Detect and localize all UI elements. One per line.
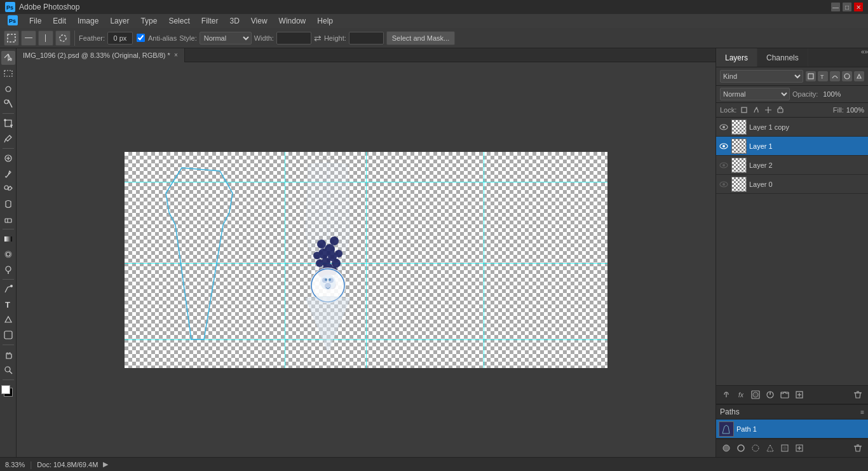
layer-delete-btn[interactable] <box>851 388 864 401</box>
style-select[interactable]: Normal Fixed Ratio Fixed Size <box>200 32 252 44</box>
maximize-button[interactable]: □ <box>843 3 851 11</box>
rect-marquee-btn[interactable] <box>4 31 19 46</box>
path-item-path1[interactable]: Path 1 <box>716 420 868 439</box>
path-select-tool[interactable] <box>1 313 15 327</box>
menu-window[interactable]: Window <box>274 15 311 27</box>
menu-layer[interactable]: Layer <box>105 15 134 27</box>
single-col-btn[interactable] <box>38 31 53 46</box>
menu-image[interactable]: Image <box>72 15 104 27</box>
layer-item-layer2[interactable]: Layer 2 <box>716 156 868 175</box>
layer-group-btn[interactable] <box>778 388 791 401</box>
titlebar-controls[interactable]: — □ ✕ <box>831 3 863 11</box>
path-mask-btn[interactable] <box>778 442 791 454</box>
lock-paint-icon[interactable] <box>751 105 761 115</box>
dodge-tool[interactable] <box>1 263 15 276</box>
menu-help[interactable]: Help <box>312 15 338 27</box>
status-arrow-btn[interactable]: ▶ <box>103 460 108 468</box>
lock-artboard-icon[interactable] <box>775 105 785 115</box>
layer-new-btn[interactable] <box>793 388 806 401</box>
close-button[interactable]: ✕ <box>854 3 863 11</box>
menu-select[interactable]: Select <box>163 15 194 27</box>
menu-filter[interactable]: Filter <box>196 15 224 27</box>
layer-visibility-layer0[interactable] <box>719 179 729 189</box>
menu-file[interactable]: File <box>24 15 46 27</box>
menu-3d[interactable]: 3D <box>224 15 244 27</box>
path-fill-btn[interactable] <box>720 442 733 454</box>
layers-tab[interactable]: Layers <box>716 48 757 67</box>
menu-type[interactable]: Type <box>135 15 162 27</box>
layer-visibility-layer1[interactable] <box>719 141 729 151</box>
layer-visibility-layer2[interactable] <box>719 160 729 170</box>
layer-item-layer0[interactable]: Layer 0 <box>716 175 868 194</box>
select-mask-btn[interactable]: Select and Mask... <box>386 31 456 45</box>
history-tool[interactable] <box>1 197 15 211</box>
pixel-filter-icon[interactable] <box>806 71 816 81</box>
svg-point-48 <box>327 250 335 257</box>
eraser-tool[interactable] <box>1 212 15 226</box>
hand-tool[interactable] <box>1 348 15 362</box>
heal-tool[interactable] <box>1 151 15 165</box>
foreground-color-swatch[interactable] <box>1 385 10 394</box>
tab-close-btn[interactable]: × <box>174 51 178 58</box>
lock-move-icon[interactable] <box>763 105 773 115</box>
minimize-button[interactable]: — <box>831 3 840 11</box>
height-input[interactable] <box>349 32 384 44</box>
menu-view[interactable]: View <box>246 15 273 27</box>
svg-marker-87 <box>767 445 773 451</box>
blend-mode-select[interactable]: Normal Multiply Screen <box>720 88 790 100</box>
gradient-tool[interactable] <box>1 232 15 246</box>
blur-tool[interactable] <box>1 247 15 261</box>
channels-tab[interactable]: Channels <box>757 48 808 67</box>
layer-thumb-layer2 <box>731 158 747 173</box>
layer-link-btn[interactable] <box>720 388 733 401</box>
stamp-tool[interactable] <box>1 182 15 196</box>
circle-btn[interactable] <box>55 31 71 46</box>
text-filter-icon[interactable]: T <box>818 71 828 81</box>
layer-mask-btn[interactable] <box>749 388 762 401</box>
effect-filter-icon[interactable] <box>842 71 852 81</box>
path-stroke-btn[interactable] <box>735 442 747 454</box>
move-tool[interactable] <box>1 51 15 65</box>
shape-tool[interactable] <box>1 328 15 342</box>
lasso-tool[interactable] <box>1 81 15 95</box>
brush-tool[interactable] <box>1 167 15 181</box>
lock-pixel-icon[interactable] <box>739 105 749 115</box>
zoom-tool[interactable] <box>1 363 15 377</box>
width-input[interactable] <box>276 32 311 44</box>
document-tab[interactable]: IMG_1096 (2).psd @ 8.33% (Original, RGB/… <box>17 48 185 62</box>
menu-ps[interactable]: Ps <box>3 14 23 29</box>
path-new-btn[interactable] <box>793 442 806 454</box>
svg-rect-4 <box>8 34 15 42</box>
kind-select[interactable]: Kind <box>720 70 803 83</box>
layer-name-layer2: Layer 2 <box>749 161 865 169</box>
menu-edit[interactable]: Edit <box>48 15 71 27</box>
path-delete-btn[interactable] <box>851 442 864 454</box>
layer-item-layer1[interactable]: Layer 1 <box>716 137 868 156</box>
path-selection-btn[interactable] <box>749 442 762 454</box>
eyedropper-tool[interactable] <box>1 132 15 146</box>
paths-collapse-btn[interactable]: ≡ <box>860 409 864 416</box>
layer-visibility-layer1copy[interactable] <box>719 122 729 132</box>
layer-fx-btn[interactable]: fx <box>735 388 747 401</box>
antialias-checkbox[interactable] <box>137 34 145 42</box>
paths-title: Paths <box>720 407 860 416</box>
wand-tool[interactable] <box>1 97 15 111</box>
feather-input[interactable] <box>107 32 133 44</box>
text-tool[interactable]: T <box>1 297 15 311</box>
titlebar-title: Adobe Photoshop <box>19 3 79 11</box>
smart-filter-icon[interactable] <box>854 71 864 81</box>
pen-tool[interactable] <box>1 282 15 296</box>
single-row-btn[interactable] <box>21 31 36 46</box>
doc-info: Doc: 104.8M/69.4M <box>37 461 98 468</box>
path-filter-icon[interactable] <box>830 71 840 81</box>
panel-collapse-btn[interactable]: «» <box>861 48 868 67</box>
swap-icon[interactable]: ⇄ <box>314 33 322 43</box>
svg-point-22 <box>4 186 8 189</box>
height-label: Height: <box>324 34 346 42</box>
path-from-selection-btn[interactable] <box>764 442 776 454</box>
layer-adjust-btn[interactable] <box>764 388 776 401</box>
layer-item-layer1copy[interactable]: Layer 1 copy <box>716 118 868 137</box>
marquee-tool[interactable] <box>1 66 15 80</box>
crop-tool[interactable] <box>1 116 15 130</box>
kind-row: Kind T <box>716 67 868 86</box>
